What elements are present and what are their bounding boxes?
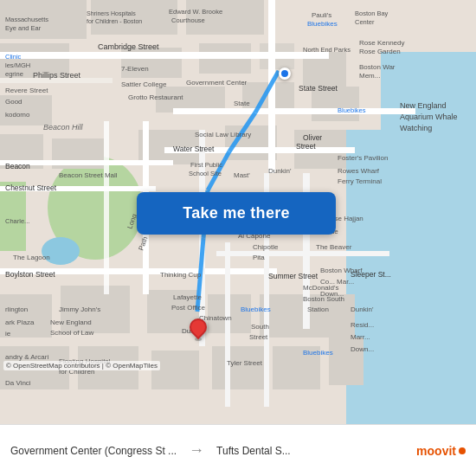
svg-text:Street: Street — [296, 142, 316, 151]
svg-text:Thinking Cup: Thinking Cup — [160, 271, 202, 279]
svg-text:Chestnut Street: Chestnut Street — [5, 183, 57, 192]
map-attribution: © OpenStreetMap contributors | © OpenMap… — [3, 361, 160, 370]
svg-text:School of Law: School of Law — [50, 329, 93, 337]
svg-text:Bluebikes: Bluebikes — [303, 349, 333, 357]
footer-arrow-icon: → — [189, 441, 204, 460]
svg-text:ie: ie — [5, 330, 11, 338]
svg-text:Social Law Library: Social Law Library — [195, 131, 251, 138]
svg-text:Rowes Wharf: Rowes Wharf — [338, 167, 380, 175]
footer-route: Government Center (Congress St ... → Tuf… — [10, 441, 416, 460]
svg-rect-35 — [173, 108, 415, 114]
svg-text:Dunkin': Dunkin' — [351, 306, 374, 313]
svg-text:Cambridge Street: Cambridge Street — [98, 42, 159, 51]
svg-rect-34 — [0, 52, 329, 59]
svg-text:Down...: Down... — [351, 345, 374, 353]
svg-text:Chipotle: Chipotle — [253, 243, 279, 251]
svg-text:Center: Center — [355, 18, 375, 26]
svg-text:South: South — [251, 323, 269, 331]
svg-text:Boston South: Boston South — [303, 295, 344, 303]
footer-destination: Tufts Dental S... — [216, 445, 416, 457]
svg-text:Post Office: Post Office — [171, 304, 206, 312]
button-label: Take me there — [183, 204, 290, 222]
svg-text:North End Parks: North End Parks — [303, 46, 351, 54]
svg-text:Ferry Terminal: Ferry Terminal — [338, 177, 382, 185]
svg-text:Oliver: Oliver — [303, 133, 322, 142]
moovit-brand-text: moovit — [416, 444, 456, 458]
svg-text:Bluebikes: Bluebikes — [307, 20, 338, 28]
svg-text:Bluebikes: Bluebikes — [241, 306, 271, 313]
take-me-there-button[interactable]: Take me there — [137, 192, 336, 235]
svg-rect-31 — [212, 346, 264, 389]
svg-rect-46 — [225, 242, 230, 407]
svg-text:ark Plaza: ark Plaza — [5, 318, 35, 326]
svg-text:Watching: Watching — [400, 124, 432, 132]
svg-text:Beacon Hill: Beacon Hill — [43, 123, 84, 132]
moovit-logo: moovit — [416, 444, 466, 458]
svg-text:The Beaver: The Beaver — [316, 243, 352, 251]
svg-text:Summer Street: Summer Street — [268, 272, 318, 280]
svg-text:School Site: School Site — [189, 170, 222, 177]
svg-text:Pauli's: Pauli's — [312, 11, 331, 19]
svg-text:Boston War: Boston War — [359, 63, 396, 71]
svg-text:Pita: Pita — [253, 254, 265, 261]
footer-origin: Government Center (Congress St ... — [10, 445, 177, 457]
svg-text:New England: New England — [50, 318, 92, 326]
svg-rect-4 — [0, 182, 26, 251]
svg-text:The Lagoon: The Lagoon — [13, 254, 50, 261]
svg-text:Foster's Pavilion: Foster's Pavilion — [338, 154, 388, 162]
svg-text:Jimmy John's: Jimmy John's — [59, 306, 100, 313]
svg-text:Aquarium Whale: Aquarium Whale — [400, 113, 458, 121]
svg-text:Rose Garden: Rose Garden — [359, 48, 401, 55]
svg-text:egrine: egrine — [5, 70, 23, 78]
svg-text:Marr...: Marr... — [351, 333, 370, 341]
svg-text:Beacon: Beacon — [5, 162, 30, 170]
svg-text:Massachusetts: Massachusetts — [5, 16, 48, 23]
svg-text:New England: New England — [400, 101, 447, 110]
svg-text:for Children - Boston: for Children - Boston — [87, 18, 142, 24]
svg-text:Mast': Mast' — [234, 171, 250, 179]
svg-text:les/MGH: les/MGH — [5, 61, 30, 69]
svg-text:Beacon Street Mall: Beacon Street Mall — [59, 171, 118, 179]
svg-text:Boylston Street: Boylston Street — [5, 270, 55, 279]
svg-text:7-Eleven: 7-Eleven — [121, 65, 149, 73]
svg-text:andry & Arcari: andry & Arcari — [5, 353, 48, 361]
svg-rect-44 — [104, 121, 109, 294]
svg-text:Phillips Street: Phillips Street — [33, 71, 81, 80]
svg-text:Da Vinci: Da Vinci — [5, 379, 31, 387]
moovit-dot-icon — [459, 447, 466, 454]
svg-text:Charle...: Charle... — [5, 217, 29, 225]
svg-text:Water Street: Water Street — [173, 145, 215, 153]
destination-marker — [190, 318, 207, 341]
svg-text:Courthouse: Courthouse — [171, 16, 205, 24]
svg-text:Station: Station — [307, 306, 329, 313]
svg-text:Government Center: Government Center — [186, 79, 248, 87]
origin-marker — [279, 68, 291, 80]
svg-text:Mem...: Mem... — [359, 72, 380, 80]
svg-text:Revere Street: Revere Street — [5, 87, 48, 94]
svg-text:First Public: First Public — [190, 161, 222, 169]
svg-text:State Street: State Street — [299, 84, 338, 93]
svg-text:Street: Street — [249, 333, 268, 341]
svg-text:Good: Good — [5, 98, 23, 106]
svg-text:Eye and Ear: Eye and Ear — [5, 24, 42, 32]
footer-bar: Government Center (Congress St ... → Tuf… — [0, 424, 476, 476]
svg-text:kodomo: kodomo — [5, 111, 30, 119]
svg-text:State: State — [234, 100, 250, 107]
svg-text:Edward W. Brooke: Edward W. Brooke — [169, 8, 222, 16]
svg-text:Sleeper St...: Sleeper St... — [351, 270, 391, 279]
svg-text:rlington: rlington — [5, 306, 28, 313]
svg-text:Tyler Street: Tyler Street — [227, 359, 263, 367]
svg-text:Grotto Restaurant: Grotto Restaurant — [128, 93, 183, 101]
map-container: Cambridge Street Phillips Street New Eng… — [0, 0, 476, 424]
svg-text:Resid...: Resid... — [351, 321, 374, 329]
svg-text:Dunkin': Dunkin' — [268, 167, 292, 175]
svg-text:McDonald's: McDonald's — [303, 284, 339, 292]
svg-text:Sattler College: Sattler College — [121, 80, 167, 88]
svg-text:Rose Kennedy: Rose Kennedy — [359, 39, 404, 47]
svg-text:Lafayette: Lafayette — [173, 293, 202, 301]
svg-text:Boston Bay: Boston Bay — [355, 10, 389, 17]
svg-rect-6 — [91, 0, 177, 35]
svg-text:Shriners Hospitals: Shriners Hospitals — [87, 10, 136, 17]
svg-text:Clinic: Clinic — [5, 53, 22, 61]
svg-text:Bluebikes: Bluebikes — [338, 106, 366, 114]
